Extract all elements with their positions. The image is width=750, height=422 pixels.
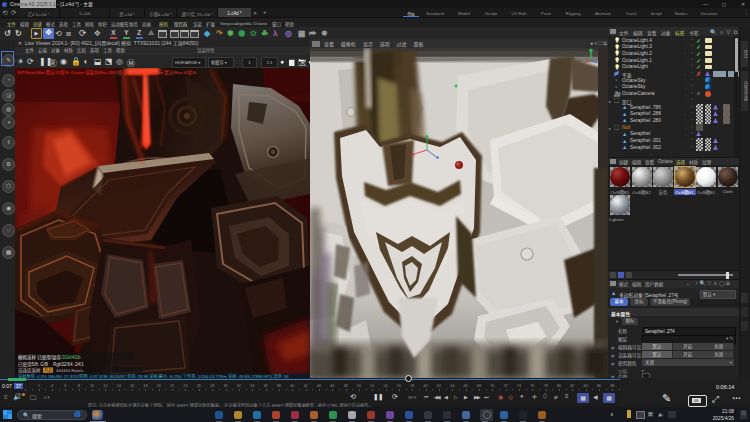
svg-text:模拟采样 已使用/显存:3Gb/4Gb: 模拟采样 已使用/显存:3Gb/4Gb xyxy=(18,354,81,361)
svg-text:已使用5/8: G/B Rgb32/64: 24/1: 已使用5/8: G/B Rgb32/64: 24/1 xyxy=(18,361,84,368)
svg-text:444444 Rate/s: 444444 Rate/s xyxy=(56,368,83,373)
svg-text:W/P/Beau/Max 默认/41秒/S: Octane: W/P/Beau/Max 默认/41秒/S: Octane 渲染中/Max 28… xyxy=(17,69,196,76)
